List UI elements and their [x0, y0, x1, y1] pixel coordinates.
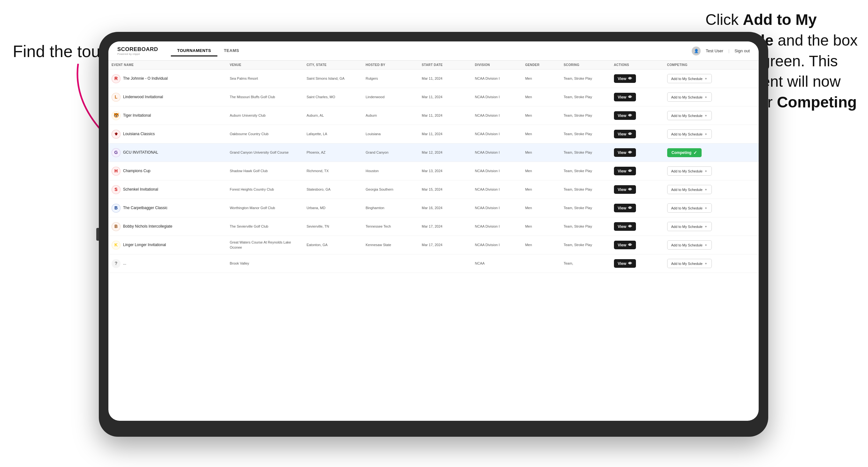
division: NCAA Division I	[472, 144, 522, 162]
venue: Oakbourne Country Club	[227, 125, 304, 144]
gender: Men	[522, 236, 560, 254]
start-date: Mar 17, 2024	[418, 236, 472, 254]
add-to-schedule-button[interactable]: Add to My Schedule ＋	[667, 222, 712, 231]
event-name: Louisiana Classics	[123, 131, 155, 137]
plus-icon: ＋	[704, 132, 708, 136]
gender	[522, 254, 560, 273]
plus-icon: ＋	[704, 76, 708, 81]
add-to-schedule-button[interactable]: Add to My Schedule ＋	[667, 204, 712, 213]
start-date	[418, 254, 472, 273]
gender: Men	[522, 180, 560, 199]
eye-icon: 👁	[628, 206, 632, 210]
tournaments-table-container: EVENT NAME VENUE CITY, STATE HOSTED BY S…	[108, 61, 759, 421]
view-button[interactable]: View 👁	[614, 148, 636, 157]
event-name: Linger Longer Invitational	[123, 242, 166, 248]
table-row: BThe Carpetbagger ClassicWorthington Man…	[108, 199, 759, 217]
team-logo: G	[112, 148, 121, 157]
scoring: Team, Stroke Play	[560, 162, 611, 180]
add-to-schedule-button[interactable]: Add to My Schedule ＋	[667, 92, 712, 102]
view-button[interactable]: View 👁	[614, 222, 636, 231]
view-button[interactable]: View 👁	[614, 74, 636, 83]
view-button[interactable]: View 👁	[614, 167, 636, 175]
division: NCAA Division I	[472, 180, 522, 199]
view-button[interactable]: View 👁	[614, 93, 636, 101]
col-header-division: DIVISION	[472, 61, 522, 69]
hosted-by: Auburn	[363, 106, 418, 125]
add-to-schedule-button[interactable]: Add to My Schedule ＋	[667, 185, 712, 194]
view-button[interactable]: View 👁	[614, 130, 636, 138]
start-date: Mar 16, 2024	[418, 199, 472, 217]
add-to-schedule-label: Add to My Schedule	[671, 188, 703, 192]
competing-cell: Add to My Schedule ＋	[664, 254, 759, 273]
add-to-schedule-button[interactable]: Add to My Schedule ＋	[667, 166, 712, 176]
view-button[interactable]: View 👁	[614, 111, 636, 120]
add-to-schedule-button[interactable]: Add to My Schedule ＋	[667, 240, 712, 250]
add-to-schedule-label: Add to My Schedule	[671, 132, 703, 136]
competing-cell: Add to My Schedule ＋	[664, 217, 759, 236]
start-date: Mar 11, 2024	[418, 69, 472, 88]
division: NCAA Division I	[472, 236, 522, 254]
event-name: GCU INVITATIONAL	[123, 150, 158, 155]
col-header-event: EVENT NAME	[108, 61, 227, 69]
division: NCAA Division I	[472, 88, 522, 106]
table-row: ⚜Louisiana ClassicsOakbourne Country Clu…	[108, 125, 759, 144]
table-row: GGCU INVITATIONALGrand Canyon University…	[108, 144, 759, 162]
col-header-scoring: SCORING	[560, 61, 611, 69]
view-label: View	[618, 76, 626, 81]
add-to-schedule-button[interactable]: Add to My Schedule ＋	[667, 259, 712, 268]
team-logo: K	[112, 241, 121, 250]
view-button[interactable]: View 👁	[614, 204, 636, 212]
team-logo: ⚜	[112, 130, 121, 139]
sign-out-link[interactable]: Sign out	[735, 49, 750, 53]
tablet-side-button	[96, 228, 99, 241]
actions-cell: View 👁	[611, 217, 664, 236]
add-to-schedule-button[interactable]: Add to My Schedule ＋	[667, 74, 712, 83]
table-row: KLinger Longer InvitationalGreat Waters …	[108, 236, 759, 254]
scoring: Team, Stroke Play	[560, 106, 611, 125]
user-avatar: 👤	[692, 46, 701, 56]
event-name: Bobby Nichols Intercollegiate	[123, 224, 173, 229]
eye-icon: 👁	[628, 95, 632, 99]
view-label: View	[618, 261, 626, 266]
scoring: Team, Stroke Play	[560, 144, 611, 162]
table-row: LLindenwood InvitationalThe Missouri Blu…	[108, 88, 759, 106]
col-header-date: START DATE	[418, 61, 472, 69]
view-button[interactable]: View 👁	[614, 241, 636, 249]
city: Richmond, TX	[304, 162, 363, 180]
actions-cell: View 👁	[611, 88, 664, 106]
add-to-schedule-label: Add to My Schedule	[671, 262, 703, 266]
add-to-schedule-label: Add to My Schedule	[671, 114, 703, 118]
col-header-venue: VENUE	[227, 61, 304, 69]
hosted-by: Louisiana	[363, 125, 418, 144]
tab-tournaments[interactable]: TOURNAMENTS	[171, 45, 217, 56]
start-date: Mar 12, 2024	[418, 144, 472, 162]
venue: Great Waters Course At Reynolds Lake Oco…	[227, 236, 304, 254]
event-name: Lindenwood Invitational	[123, 94, 163, 100]
city: Saint Charles, MO	[304, 88, 363, 106]
start-date: Mar 11, 2024	[418, 125, 472, 144]
venue: The Missouri Bluffs Golf Club	[227, 88, 304, 106]
hosted-by: Grand Canyon	[363, 144, 418, 162]
event-name-cell: KLinger Longer Invitational	[108, 236, 227, 254]
city: Statesboro, GA	[304, 180, 363, 199]
actions-cell: View 👁	[611, 236, 664, 254]
tab-teams[interactable]: TEAMS	[217, 45, 245, 56]
competing-cell: Add to My Schedule ＋	[664, 236, 759, 254]
competing-cell: Add to My Schedule ＋	[664, 106, 759, 125]
plus-icon: ＋	[704, 95, 708, 99]
venue: Forest Heights Country Club	[227, 180, 304, 199]
add-to-schedule-button[interactable]: Add to My Schedule ＋	[667, 111, 712, 120]
view-button[interactable]: View 👁	[614, 185, 636, 194]
competing-button[interactable]: Competing ✓	[667, 148, 702, 157]
scoring: Team, Stroke Play	[560, 217, 611, 236]
add-to-schedule-label: Add to My Schedule	[671, 206, 703, 210]
eye-icon: 👁	[628, 187, 632, 192]
venue: Worthington Manor Golf Club	[227, 199, 304, 217]
view-button[interactable]: View 👁	[614, 259, 636, 268]
add-to-schedule-button[interactable]: Add to My Schedule ＋	[667, 129, 712, 139]
hosted-by: Tennessee Tech	[363, 217, 418, 236]
plus-icon: ＋	[704, 243, 708, 247]
division: NCAA Division I	[472, 125, 522, 144]
eye-icon: 👁	[628, 150, 632, 155]
event-name-cell: BBobby Nichols Intercollegiate	[108, 217, 227, 236]
